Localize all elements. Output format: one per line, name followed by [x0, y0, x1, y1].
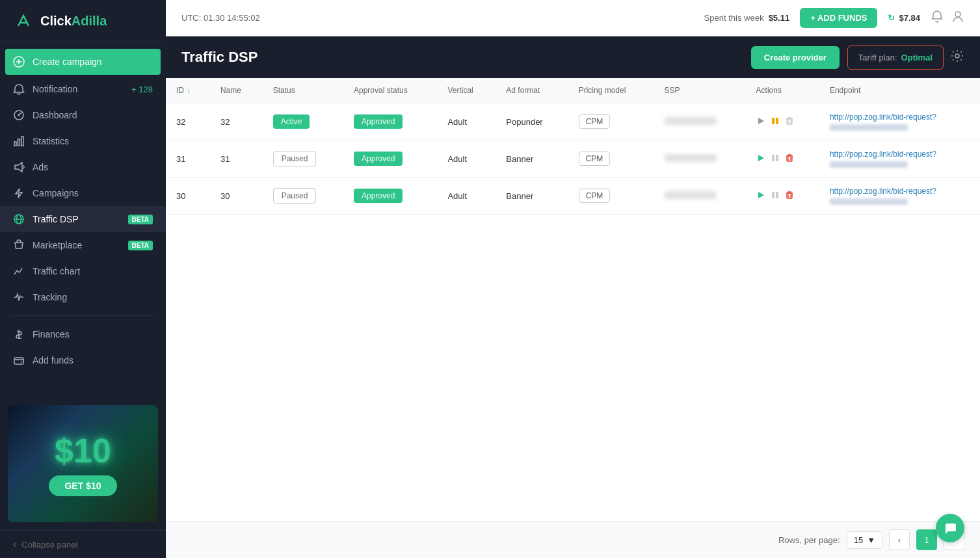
line-chart-icon — [13, 265, 25, 277]
traffic-dsp-table: ID ↓ Name Status Approval status Vertica… — [166, 78, 980, 521]
table-row: 32 32 Active Approved Adult Popunder CPM — [166, 103, 980, 140]
pricing-badge: CPM — [579, 189, 611, 203]
cell-id: 31 — [166, 140, 210, 178]
sidebar-item-ads[interactable]: Ads — [0, 154, 166, 180]
dollar-icon — [13, 328, 25, 340]
delete-button[interactable] — [785, 191, 794, 202]
pricing-badge: CPM — [579, 152, 611, 166]
bell-icon — [13, 83, 25, 95]
promo-amount: $10 — [55, 431, 111, 470]
tariff-label: Tariff plan: — [858, 53, 897, 62]
approval-badge: Approved — [354, 152, 403, 166]
sidebar-item-traffic-chart[interactable]: Traffic chart — [0, 258, 166, 284]
play-button[interactable] — [756, 191, 765, 202]
play-button[interactable] — [756, 116, 765, 127]
top-header: UTC: 01.30 14:55:02 Spent this week $5.1… — [166, 0, 980, 36]
sidebar-item-label: Traffic chart — [33, 266, 80, 276]
sidebar-item-notification[interactable]: Notification + 128 — [0, 76, 166, 102]
col-actions: Actions — [746, 78, 819, 103]
user-icon[interactable] — [951, 10, 964, 26]
endpoint-blur — [830, 124, 908, 131]
sidebar-item-traffic-dsp[interactable]: Traffic DSP BETA — [0, 206, 166, 232]
pricing-badge: CPM — [579, 114, 611, 129]
sidebar-item-label: Traffic DSP — [33, 214, 79, 224]
sidebar-item-tracking[interactable]: Tracking — [0, 284, 166, 310]
table-row: 31 31 Paused Approved Adult Banner CPM — [166, 140, 980, 178]
rows-per-page-label: Rows, per page: — [778, 535, 840, 545]
sidebar-item-label: Add funds — [33, 355, 73, 365]
sidebar-item-label: Notification — [33, 84, 77, 94]
gauge-icon — [13, 109, 25, 121]
svg-rect-5 — [14, 142, 16, 146]
chevron-down-icon: ▼ — [867, 535, 875, 545]
col-pricing-model: Pricing model — [568, 78, 654, 103]
cell-ad-format: Popunder — [496, 103, 568, 140]
svg-rect-21 — [787, 119, 792, 124]
header-time: UTC: 01.30 14:55:02 — [181, 13, 260, 23]
sidebar: ClickAdilla Create campaign Notification… — [0, 0, 166, 558]
sidebar-item-label: Campaigns — [33, 188, 79, 198]
svg-marker-22 — [758, 155, 764, 161]
create-provider-button[interactable]: Create provider — [751, 46, 840, 69]
logo[interactable]: ClickAdilla — [0, 0, 166, 42]
sidebar-item-add-funds[interactable]: Add funds — [0, 347, 166, 373]
promo-button[interactable]: GET $10 — [49, 475, 116, 496]
endpoint-url: http://pop.zog.link/bid-request? — [830, 113, 947, 122]
collapse-panel[interactable]: ‹ Collapse panel — [0, 530, 166, 558]
delete-button[interactable] — [785, 153, 794, 165]
sidebar-item-finances[interactable]: Finances — [0, 321, 166, 347]
sidebar-item-marketplace[interactable]: Marketplace BETA — [0, 232, 166, 258]
promo-banner[interactable]: $10 GET $10 — [8, 405, 158, 522]
col-vertical: Vertical — [437, 78, 496, 103]
svg-marker-18 — [758, 118, 764, 124]
sidebar-item-label: Marketplace — [33, 240, 82, 250]
chat-button[interactable] — [936, 514, 964, 542]
sidebar-item-create-campaign[interactable]: Create campaign — [5, 49, 161, 75]
cell-pricing: CPM — [568, 103, 654, 140]
bell-header-icon[interactable] — [931, 10, 944, 26]
zap-icon — [13, 187, 25, 199]
cell-endpoint: http://pop.zog.link/bid-request? — [819, 140, 980, 178]
spent-label: Spent this week $5.11 — [704, 13, 790, 23]
cell-name: 31 — [210, 140, 263, 178]
svg-rect-6 — [18, 139, 20, 146]
prev-page-button[interactable]: ‹ — [889, 529, 910, 550]
play-button[interactable] — [756, 153, 765, 165]
cell-id: 30 — [166, 178, 210, 215]
tariff-value: Optimal — [901, 53, 933, 62]
svg-point-16 — [955, 12, 960, 17]
sidebar-item-label: Tracking — [33, 292, 67, 302]
sidebar-item-dashboard[interactable]: Dashboard — [0, 102, 166, 128]
sidebar-item-campaigns[interactable]: Campaigns — [0, 180, 166, 206]
rows-per-page-select[interactable]: 15 ▼ — [847, 531, 882, 549]
sidebar-item-statistics[interactable]: Statistics — [0, 128, 166, 154]
rows-per-page-value: 15 — [854, 535, 863, 545]
col-id[interactable]: ID ↓ — [166, 78, 210, 103]
delete-button[interactable] — [785, 116, 794, 127]
cell-approval: Approved — [343, 178, 437, 215]
cell-status: Paused — [263, 140, 343, 178]
status-badge: Active — [273, 114, 310, 129]
beta-badge-traffic-dsp: BETA — [128, 215, 153, 224]
status-badge: Paused — [273, 151, 317, 166]
settings-button[interactable] — [950, 49, 964, 66]
col-status: Status — [263, 78, 343, 103]
tariff-plan-button[interactable]: Tariff plan: Optimal — [847, 46, 944, 70]
pause-button[interactable] — [771, 191, 780, 202]
svg-rect-23 — [772, 155, 775, 161]
table-row: 30 30 Paused Approved Adult Banner CPM — [166, 178, 980, 215]
page-title: Traffic DSP — [181, 49, 751, 66]
cell-ad-format: Banner — [496, 140, 568, 178]
cell-id: 32 — [166, 103, 210, 140]
add-funds-button[interactable]: + ADD FUNDS — [800, 8, 877, 28]
page-content: Traffic DSP Create provider Tariff plan:… — [166, 36, 980, 558]
current-page-button[interactable]: 1 — [916, 529, 937, 550]
pause-button[interactable] — [771, 116, 780, 127]
pause-button[interactable] — [771, 153, 780, 165]
logo-icon — [13, 10, 34, 31]
cell-pricing: CPM — [568, 140, 654, 178]
cell-actions — [746, 178, 819, 215]
refresh-icon[interactable]: ↻ — [888, 13, 895, 23]
approval-badge: Approved — [354, 189, 403, 203]
col-approval-status: Approval status — [343, 78, 437, 103]
